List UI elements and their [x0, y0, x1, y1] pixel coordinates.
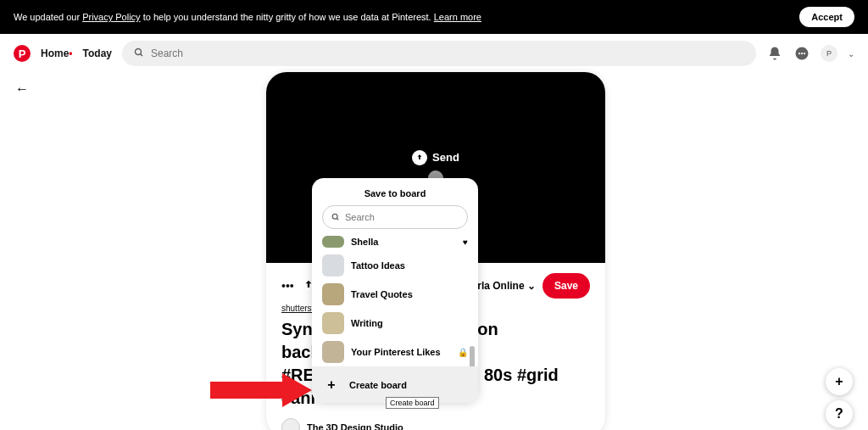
- action-right: Perla Online ⌄ Save: [465, 273, 590, 299]
- send-icon: [412, 150, 427, 165]
- pinterest-logo[interactable]: P: [14, 45, 31, 62]
- svg-point-0: [136, 49, 142, 55]
- privacy-banner: We updated our Privacy Policy to help yo…: [0, 0, 868, 34]
- lock-icon: 🔒: [458, 348, 468, 357]
- svg-point-5: [804, 53, 805, 54]
- search-icon: [134, 46, 144, 61]
- nav-today[interactable]: Today: [83, 47, 112, 59]
- heart-icon: ♥: [463, 237, 468, 247]
- more-icon[interactable]: •••: [281, 279, 294, 293]
- board-item[interactable]: Travel Quotes: [312, 280, 478, 309]
- chevron-down-icon[interactable]: ⌄: [848, 49, 854, 59]
- privacy-policy-link[interactable]: Privacy Policy: [82, 12, 140, 22]
- profile-avatar[interactable]: P: [821, 45, 837, 62]
- board-thumb: [322, 312, 344, 334]
- board-list: Shella♥ Tattoo Ideas Travel Quotes Writi…: [312, 236, 478, 366]
- scrollbar[interactable]: [470, 346, 475, 366]
- svg-line-1: [141, 54, 143, 57]
- svg-point-3: [798, 53, 800, 54]
- creator-row[interactable]: The 3D Design Studio: [266, 410, 605, 430]
- svg-line-7: [337, 218, 338, 220]
- create-board-tooltip: Create board: [386, 397, 439, 409]
- board-search-input[interactable]: [345, 212, 462, 222]
- action-left: •••: [281, 279, 314, 293]
- banner-prefix: We updated our: [14, 12, 82, 22]
- learn-more-link[interactable]: Learn more: [434, 12, 481, 22]
- bell-icon[interactable]: [766, 45, 783, 62]
- notification-dot: •: [69, 47, 72, 59]
- nav-home[interactable]: Home•: [41, 47, 73, 59]
- board-thumb: [322, 254, 344, 276]
- annotation-arrow: [210, 373, 312, 407]
- chat-icon[interactable]: [793, 45, 810, 62]
- search-icon: [331, 209, 340, 225]
- send-row[interactable]: Send: [412, 150, 459, 165]
- help-fab[interactable]: ?: [826, 400, 853, 427]
- creator-name: The 3D Design Studio: [307, 422, 403, 430]
- top-nav: P Home• Today P ⌄: [0, 34, 868, 73]
- svg-marker-8: [210, 373, 312, 407]
- board-thumb: [322, 236, 344, 248]
- search-input[interactable]: [151, 47, 744, 59]
- board-item[interactable]: Shella♥: [312, 236, 478, 251]
- banner-text: We updated our Privacy Policy to help yo…: [14, 12, 481, 22]
- board-item[interactable]: Writing: [312, 309, 478, 338]
- popover-title: Save to board: [312, 178, 478, 205]
- search-bar[interactable]: [122, 41, 756, 66]
- chevron-down-icon: ⌄: [527, 280, 536, 292]
- creator-avatar: [281, 418, 300, 430]
- svg-point-4: [801, 53, 803, 54]
- board-search-box[interactable]: [322, 205, 468, 229]
- back-button[interactable]: ←: [15, 81, 29, 97]
- board-item[interactable]: Your Pinterest Likes🔒: [312, 338, 478, 366]
- board-thumb: [322, 283, 344, 305]
- save-button[interactable]: Save: [542, 273, 590, 299]
- banner-mid: to help you understand the nitty gritty …: [141, 12, 434, 22]
- accept-button[interactable]: Accept: [799, 7, 854, 27]
- add-fab[interactable]: +: [826, 368, 853, 395]
- board-thumb: [322, 341, 344, 363]
- svg-point-6: [332, 214, 337, 219]
- save-to-board-popover: Save to board Shella♥ Tattoo Ideas Trave…: [312, 178, 478, 403]
- board-item[interactable]: Tattoo Ideas: [312, 251, 478, 280]
- plus-icon: +: [322, 376, 341, 394]
